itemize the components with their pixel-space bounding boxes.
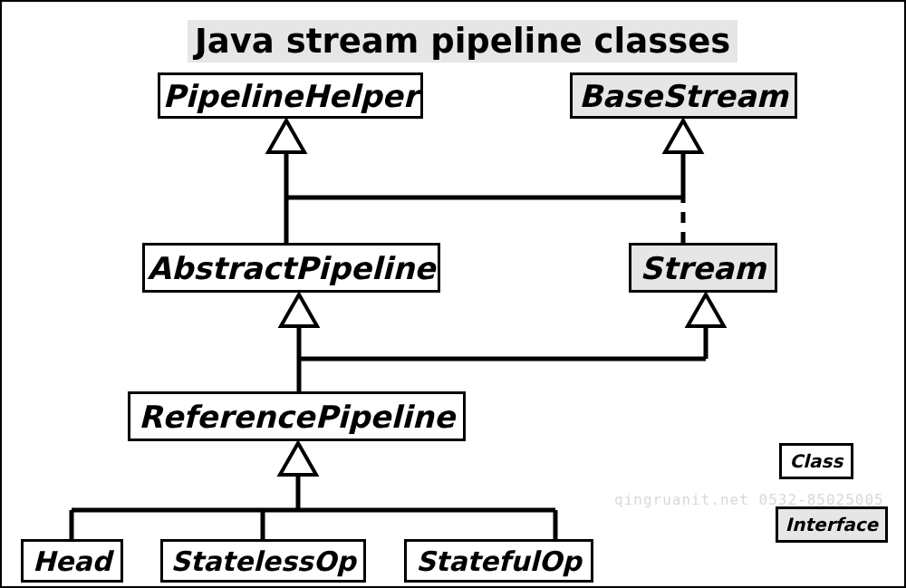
legend-interface: Interface: [776, 506, 888, 543]
watermark: qingruanit.net 0532-85025005: [614, 491, 884, 508]
node-stateless-op: StatelessOp: [160, 539, 366, 583]
legend-class: Class: [779, 443, 853, 479]
node-stream: Stream: [629, 243, 777, 293]
diagram-title: Java stream pipeline classes: [188, 20, 737, 63]
node-base-stream: BaseStream: [570, 72, 797, 119]
node-stateful-op: StatefulOp: [404, 539, 593, 583]
node-abstract-pipeline: AbstractPipeline: [142, 243, 440, 293]
node-head: Head: [21, 539, 123, 583]
node-pipeline-helper: PipelineHelper: [158, 72, 423, 119]
node-reference-pipeline: ReferencePipeline: [128, 391, 466, 441]
